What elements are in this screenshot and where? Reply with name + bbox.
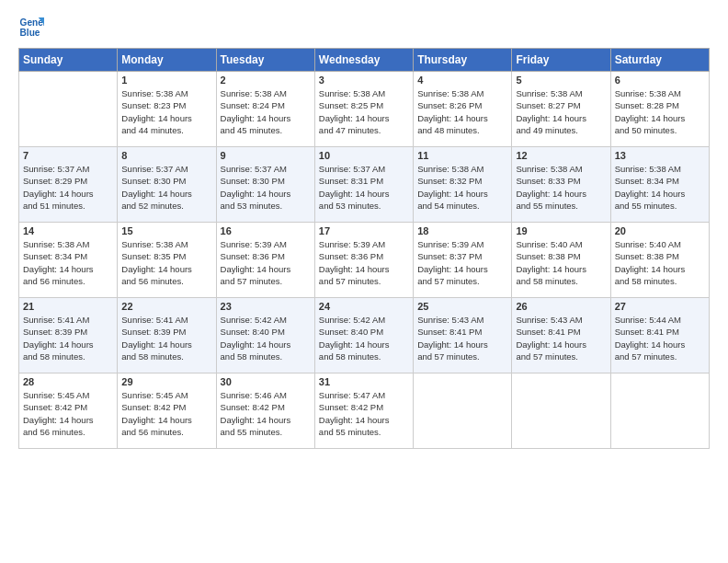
calendar-week-row: 14Sunrise: 5:38 AMSunset: 8:34 PMDayligh… [19, 223, 710, 298]
calendar-cell: 25Sunrise: 5:43 AMSunset: 8:41 PMDayligh… [414, 298, 512, 373]
day-number: 3 [319, 75, 409, 86]
day-number: 19 [516, 225, 606, 236]
day-number: 1 [121, 75, 211, 86]
calendar-cell: 7Sunrise: 5:37 AMSunset: 8:29 PMDaylight… [19, 147, 118, 223]
day-info: Sunrise: 5:41 AMSunset: 8:39 PMDaylight:… [23, 314, 113, 362]
logo-icon: General Blue [18, 15, 44, 40]
calendar-cell: 26Sunrise: 5:43 AMSunset: 8:41 PMDayligh… [512, 298, 610, 373]
calendar-cell: 21Sunrise: 5:41 AMSunset: 8:39 PMDayligh… [19, 298, 118, 373]
weekday-header-tuesday: Tuesday [216, 49, 314, 72]
day-info: Sunrise: 5:38 AMSunset: 8:28 PMDaylight:… [615, 87, 705, 136]
calendar-cell: 17Sunrise: 5:39 AMSunset: 8:36 PMDayligh… [314, 223, 413, 298]
day-number: 21 [23, 301, 113, 312]
day-number: 2 [221, 75, 311, 86]
weekday-header-wednesday: Wednesday [314, 49, 413, 72]
day-info: Sunrise: 5:38 AMSunset: 8:34 PMDaylight:… [23, 238, 113, 287]
day-number: 12 [516, 150, 606, 161]
calendar-cell: 18Sunrise: 5:39 AMSunset: 8:37 PMDayligh… [414, 223, 512, 298]
weekday-header-thursday: Thursday [414, 49, 512, 72]
day-number: 23 [221, 301, 311, 312]
day-info: Sunrise: 5:43 AMSunset: 8:41 PMDaylight:… [516, 314, 606, 362]
day-number: 13 [615, 150, 705, 161]
weekday-header-friday: Friday [512, 49, 610, 72]
calendar-cell: 4Sunrise: 5:38 AMSunset: 8:26 PMDaylight… [414, 72, 512, 147]
calendar-cell: 15Sunrise: 5:38 AMSunset: 8:35 PMDayligh… [118, 223, 216, 298]
calendar-week-row: 7Sunrise: 5:37 AMSunset: 8:29 PMDaylight… [19, 147, 710, 223]
calendar-cell: 13Sunrise: 5:38 AMSunset: 8:34 PMDayligh… [610, 147, 709, 223]
logo: General Blue [18, 15, 44, 40]
header: General Blue [18, 15, 710, 40]
day-info: Sunrise: 5:39 AMSunset: 8:36 PMDaylight:… [319, 238, 409, 287]
calendar-cell: 2Sunrise: 5:38 AMSunset: 8:24 PMDaylight… [216, 72, 314, 147]
day-number: 8 [121, 150, 211, 161]
calendar-cell: 16Sunrise: 5:39 AMSunset: 8:36 PMDayligh… [216, 223, 314, 298]
calendar-cell: 14Sunrise: 5:38 AMSunset: 8:34 PMDayligh… [19, 223, 118, 298]
day-info: Sunrise: 5:44 AMSunset: 8:41 PMDaylight:… [615, 314, 705, 362]
day-info: Sunrise: 5:39 AMSunset: 8:36 PMDaylight:… [221, 238, 311, 287]
weekday-header-saturday: Saturday [610, 49, 709, 72]
calendar-cell: 31Sunrise: 5:47 AMSunset: 8:42 PMDayligh… [314, 373, 413, 449]
calendar-cell: 12Sunrise: 5:38 AMSunset: 8:33 PMDayligh… [512, 147, 610, 223]
day-number: 9 [221, 150, 311, 161]
day-number: 15 [121, 225, 211, 236]
calendar-cell: 28Sunrise: 5:45 AMSunset: 8:42 PMDayligh… [19, 373, 118, 449]
calendar-week-row: 28Sunrise: 5:45 AMSunset: 8:42 PMDayligh… [19, 373, 710, 449]
day-info: Sunrise: 5:45 AMSunset: 8:42 PMDaylight:… [121, 389, 211, 438]
calendar-cell [512, 373, 610, 449]
calendar-cell: 11Sunrise: 5:38 AMSunset: 8:32 PMDayligh… [414, 147, 512, 223]
day-number: 16 [221, 225, 311, 236]
day-number: 24 [319, 301, 409, 312]
day-info: Sunrise: 5:40 AMSunset: 8:38 PMDaylight:… [615, 238, 705, 287]
day-info: Sunrise: 5:37 AMSunset: 8:29 PMDaylight:… [23, 163, 113, 212]
calendar-cell: 1Sunrise: 5:38 AMSunset: 8:23 PMDaylight… [118, 72, 216, 147]
day-number: 10 [319, 150, 409, 161]
day-number: 31 [319, 376, 409, 387]
calendar-cell: 29Sunrise: 5:45 AMSunset: 8:42 PMDayligh… [118, 373, 216, 449]
day-number: 25 [417, 301, 507, 312]
calendar-cell [610, 373, 709, 449]
day-number: 4 [417, 75, 507, 86]
day-info: Sunrise: 5:37 AMSunset: 8:30 PMDaylight:… [221, 163, 311, 212]
weekday-header-row: SundayMondayTuesdayWednesdayThursdayFrid… [19, 49, 710, 72]
calendar-cell: 27Sunrise: 5:44 AMSunset: 8:41 PMDayligh… [610, 298, 709, 373]
day-number: 18 [417, 225, 507, 236]
day-number: 30 [221, 376, 311, 387]
day-number: 28 [23, 376, 113, 387]
calendar-cell [19, 72, 118, 147]
day-info: Sunrise: 5:38 AMSunset: 8:26 PMDaylight:… [417, 87, 507, 136]
weekday-header-sunday: Sunday [19, 49, 118, 72]
day-info: Sunrise: 5:38 AMSunset: 8:25 PMDaylight:… [319, 87, 409, 136]
day-number: 14 [23, 225, 113, 236]
day-info: Sunrise: 5:38 AMSunset: 8:34 PMDaylight:… [615, 163, 705, 212]
page: General Blue SundayMondayTuesdayWednesda… [0, 0, 728, 563]
calendar-cell: 9Sunrise: 5:37 AMSunset: 8:30 PMDaylight… [216, 147, 314, 223]
day-info: Sunrise: 5:47 AMSunset: 8:42 PMDaylight:… [319, 389, 409, 438]
day-info: Sunrise: 5:38 AMSunset: 8:35 PMDaylight:… [121, 238, 211, 287]
day-number: 27 [615, 301, 705, 312]
day-info: Sunrise: 5:42 AMSunset: 8:40 PMDaylight:… [319, 314, 409, 362]
day-number: 26 [516, 301, 606, 312]
day-info: Sunrise: 5:41 AMSunset: 8:39 PMDaylight:… [121, 314, 211, 362]
day-number: 17 [319, 225, 409, 236]
day-info: Sunrise: 5:37 AMSunset: 8:31 PMDaylight:… [319, 163, 409, 212]
day-number: 20 [615, 225, 705, 236]
day-number: 7 [23, 150, 113, 161]
day-info: Sunrise: 5:43 AMSunset: 8:41 PMDaylight:… [417, 314, 507, 362]
calendar-cell: 20Sunrise: 5:40 AMSunset: 8:38 PMDayligh… [610, 223, 709, 298]
day-number: 22 [121, 301, 211, 312]
calendar-cell: 19Sunrise: 5:40 AMSunset: 8:38 PMDayligh… [512, 223, 610, 298]
day-info: Sunrise: 5:38 AMSunset: 8:27 PMDaylight:… [516, 87, 606, 136]
day-number: 29 [121, 376, 211, 387]
calendar-cell: 8Sunrise: 5:37 AMSunset: 8:30 PMDaylight… [118, 147, 216, 223]
day-number: 5 [516, 75, 606, 86]
calendar-cell: 24Sunrise: 5:42 AMSunset: 8:40 PMDayligh… [314, 298, 413, 373]
calendar-cell: 6Sunrise: 5:38 AMSunset: 8:28 PMDaylight… [610, 72, 709, 147]
calendar-week-row: 21Sunrise: 5:41 AMSunset: 8:39 PMDayligh… [19, 298, 710, 373]
day-info: Sunrise: 5:42 AMSunset: 8:40 PMDaylight:… [221, 314, 311, 362]
day-info: Sunrise: 5:38 AMSunset: 8:23 PMDaylight:… [121, 87, 211, 136]
day-info: Sunrise: 5:38 AMSunset: 8:32 PMDaylight:… [417, 163, 507, 212]
svg-text:Blue: Blue [20, 28, 40, 38]
calendar-cell [414, 373, 512, 449]
day-info: Sunrise: 5:45 AMSunset: 8:42 PMDaylight:… [23, 389, 113, 438]
calendar-table: SundayMondayTuesdayWednesdayThursdayFrid… [18, 48, 710, 449]
